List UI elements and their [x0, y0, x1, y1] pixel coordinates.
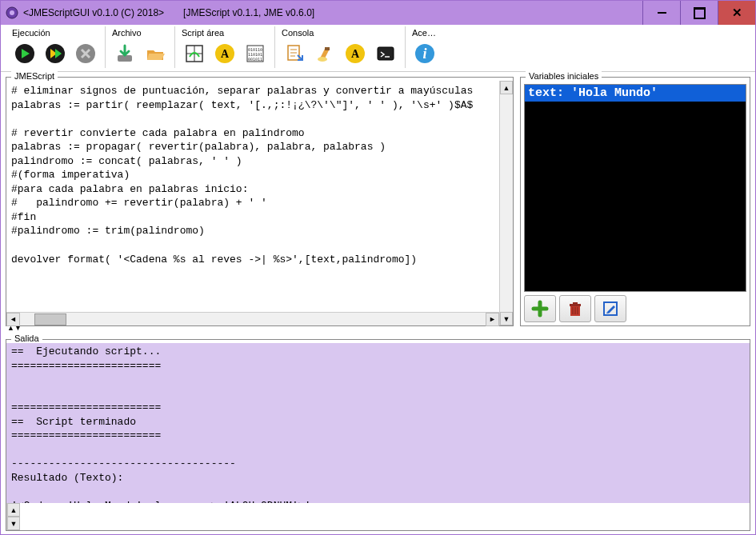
stop-button[interactable]: [71, 39, 100, 68]
vars-panel-title: Variables iniciales: [526, 71, 602, 81]
svg-text:A: A: [351, 48, 360, 60]
var-add-button[interactable]: [524, 295, 556, 322]
svg-text:i: i: [422, 46, 426, 62]
app-icon: [6, 6, 18, 19]
window-title-1: <JMEScriptGUI v0.1.0 (C) 2018>: [23, 7, 164, 18]
svg-point-14: [318, 57, 327, 62]
script-area-button[interactable]: [180, 39, 209, 68]
script-editor[interactable]: # eliminar signos de puntuación, separar…: [6, 81, 499, 312]
console-font-button[interactable]: A: [341, 39, 370, 68]
group-label-archivo: Archivo: [110, 26, 170, 38]
scroll-left-icon[interactable]: ◄: [6, 313, 20, 326]
group-label-ejecucion: Ejecución: [10, 26, 100, 38]
console-terminal-button[interactable]: [371, 39, 400, 68]
group-label-ace: Ace…: [410, 26, 439, 38]
scroll-down-icon[interactable]: ▼: [7, 517, 20, 530]
scroll-up-icon[interactable]: ▲: [7, 503, 20, 517]
output-v-scrollbar[interactable]: ▲ ▼: [6, 503, 20, 530]
svg-rect-24: [573, 302, 578, 304]
svg-text:001011: 001011: [248, 57, 262, 62]
minimize-button[interactable]: [642, 1, 680, 25]
script-v-scrollbar[interactable]: ▲ ▼: [499, 81, 513, 325]
var-row[interactable]: text: 'Hola Mundo': [525, 85, 746, 102]
splitter[interactable]: ▲▼: [6, 326, 750, 334]
scroll-thumb[interactable]: [34, 313, 66, 325]
about-button[interactable]: i: [410, 39, 439, 68]
console-clear-button[interactable]: [310, 39, 339, 68]
scroll-down-icon[interactable]: ▼: [500, 312, 513, 325]
open-button[interactable]: [141, 39, 170, 68]
script-font-button[interactable]: A: [210, 39, 239, 68]
group-label-script: Script área: [180, 26, 270, 38]
window-title-2: [JMEScript v0.1.1, JME v0.6.0]: [183, 7, 314, 18]
scroll-right-icon[interactable]: ►: [486, 313, 499, 326]
svg-rect-15: [325, 47, 330, 50]
svg-text:A: A: [221, 48, 230, 60]
svg-rect-18: [378, 47, 394, 60]
console-copy-button[interactable]: [280, 39, 309, 68]
run-step-button[interactable]: [41, 39, 70, 68]
var-edit-button[interactable]: [594, 295, 626, 322]
group-label-consola: Consola: [280, 26, 400, 38]
var-delete-button[interactable]: [559, 295, 591, 322]
output-panel-title: Salida: [11, 333, 42, 343]
run-button[interactable]: [10, 39, 39, 68]
titlebar: <JMEScriptGUI v0.1.0 (C) 2018> [JMEScrip…: [1, 1, 755, 25]
maximize-button[interactable]: [680, 1, 718, 25]
toolbar: Ejecución Archivo Script área A 01011011…: [1, 25, 755, 72]
script-h-scrollbar[interactable]: ◄ ►: [6, 312, 499, 325]
script-panel-title: JMEScript: [11, 71, 58, 81]
close-button[interactable]: ✕: [718, 1, 755, 25]
scroll-up-icon[interactable]: ▲: [500, 81, 513, 94]
output-console[interactable]: == Ejecutando script... ================…: [6, 343, 750, 503]
save-button[interactable]: [110, 39, 139, 68]
svg-rect-23: [570, 304, 581, 306]
script-binary-button[interactable]: 010110110101001011: [241, 39, 270, 68]
svg-point-1: [10, 10, 14, 15]
vars-list[interactable]: text: 'Hola Mundo': [524, 84, 746, 292]
